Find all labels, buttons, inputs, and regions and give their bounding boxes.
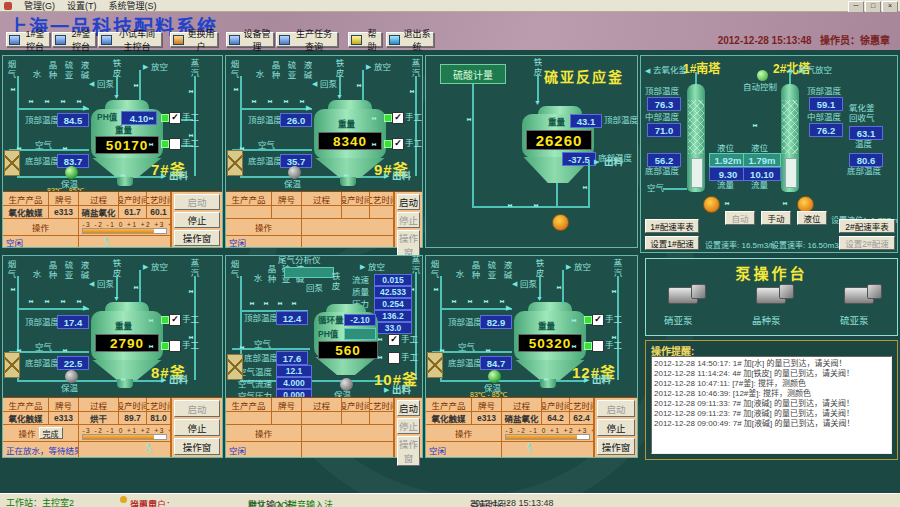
start-button[interactable]: 启动 <box>397 400 420 416</box>
toolbar-help-button[interactable]: 帮助 <box>348 32 382 47</box>
valve-icon[interactable]: ▸◂ <box>268 98 270 105</box>
valve-icon[interactable]: ▸◂ <box>134 284 136 291</box>
valve-icon[interactable]: ▸◂ <box>63 145 65 152</box>
valve-icon[interactable]: ▸◂ <box>434 286 436 293</box>
toolbar-console1-button[interactable]: 1#釜控台 <box>6 32 50 47</box>
set-rate2-button[interactable]: 设置2#配速 <box>839 236 895 250</box>
valve-icon[interactable]: ▸◂ <box>11 86 13 93</box>
valve-icon[interactable]: ▸◂ <box>234 86 236 93</box>
valve-icon[interactable]: ▸◂ <box>252 98 254 105</box>
insulation-indicator-icon[interactable] <box>288 166 301 179</box>
valve-icon[interactable]: ▸◂ <box>45 298 47 305</box>
valve-icon[interactable]: ▸◂ <box>63 347 65 354</box>
valve-icon[interactable]: ▸◂ <box>29 298 31 305</box>
valve-icon[interactable]: ▸◂ <box>410 88 412 95</box>
valve-icon[interactable]: ▸◂ <box>149 141 151 148</box>
start-button[interactable]: 启动 <box>597 400 635 417</box>
manual-checkbox[interactable] <box>169 340 181 352</box>
valve-icon[interactable]: ▸◂ <box>284 98 286 105</box>
menu-settings[interactable]: 设置(T) <box>67 0 97 12</box>
valve-icon[interactable]: ▸◂ <box>11 286 13 293</box>
valve-icon[interactable]: ▸◂ <box>753 122 755 129</box>
valve-icon[interactable]: ▸◂ <box>378 336 380 343</box>
manual-checkbox[interactable] <box>388 352 400 364</box>
operation-window-button[interactable]: 操作窗 <box>397 436 420 466</box>
manual-button[interactable]: 手动 <box>761 211 791 225</box>
valve-icon[interactable]: ▸◂ <box>486 347 488 354</box>
valve-icon[interactable]: ▸◂ <box>452 298 454 305</box>
valve-icon[interactable]: ▸◂ <box>372 141 374 148</box>
valve-icon[interactable]: ▸◂ <box>508 202 510 209</box>
stop-button[interactable]: 停止 <box>174 212 220 228</box>
pump-icon[interactable] <box>756 287 786 304</box>
manual-checkbox[interactable] <box>169 138 181 150</box>
insulation-indicator-icon[interactable] <box>65 166 78 179</box>
toolbar-pilot-console-button[interactable]: 小试车间主控台 <box>98 32 162 47</box>
manual-checkbox[interactable]: ✓ <box>592 314 604 326</box>
valve-icon[interactable]: ▸◂ <box>500 298 502 305</box>
valve-icon[interactable]: ▸◂ <box>29 98 31 105</box>
valve-icon[interactable]: ▸◂ <box>61 298 63 305</box>
valve-icon[interactable]: ▸◂ <box>357 82 359 89</box>
auto-button[interactable]: 自动 <box>725 211 755 225</box>
start-button[interactable]: 启动 <box>174 194 220 210</box>
insulation-indicator-icon[interactable] <box>65 370 78 383</box>
toolbar-console2-button[interactable]: 2#釜控台 <box>52 32 96 47</box>
valve-icon[interactable]: ▸◂ <box>534 202 536 209</box>
valve-icon[interactable]: ▸◂ <box>45 98 47 105</box>
valve-icon[interactable]: ▸◂ <box>372 115 374 122</box>
stop-button[interactable]: 停止 <box>597 419 635 436</box>
sulfuric-acid-meter-button[interactable]: 硫酸计量 <box>440 64 506 84</box>
level-button[interactable]: 液位 <box>797 211 827 225</box>
valve-icon[interactable]: ▸◂ <box>149 343 151 350</box>
manual-checkbox[interactable]: ✓ <box>169 112 181 124</box>
manual-checkbox[interactable] <box>592 340 604 352</box>
toolbar-task-query-button[interactable]: 生产任务查询 <box>276 32 338 47</box>
valve-icon[interactable]: ▸◂ <box>149 317 151 324</box>
manual-checkbox[interactable]: ✓ <box>388 334 400 346</box>
valve-icon[interactable]: ▸◂ <box>77 98 79 105</box>
valve-icon[interactable]: ▸◂ <box>468 298 470 305</box>
insulation-indicator-icon[interactable] <box>488 370 501 383</box>
set-rate1-button[interactable]: 设置1#配速 <box>645 236 699 250</box>
operation-window-button[interactable]: 操作窗 <box>174 438 220 455</box>
valve-icon[interactable]: ▸◂ <box>783 200 785 207</box>
pump-icon[interactable] <box>703 196 720 213</box>
valve-icon[interactable]: ▸◂ <box>572 343 574 350</box>
valve-icon[interactable]: ▸◂ <box>292 300 294 307</box>
valve-icon[interactable]: ▸◂ <box>544 376 546 383</box>
toolbar-switch-user-button[interactable]: 更换用户 <box>170 32 218 47</box>
valve-icon[interactable]: ▸◂ <box>378 354 380 361</box>
valve-icon[interactable]: ▸◂ <box>467 116 469 123</box>
valve-icon[interactable]: ▸◂ <box>557 284 559 291</box>
ime-link[interactable]: 中文 - QQ拼音输入法 <box>248 498 333 507</box>
stop-button[interactable]: 停止 <box>397 418 420 434</box>
valve-icon[interactable]: ▸◂ <box>149 115 151 122</box>
valve-icon[interactable]: ▸◂ <box>725 200 727 207</box>
pump-icon[interactable] <box>844 287 874 304</box>
valve-icon[interactable]: ▸◂ <box>572 317 574 324</box>
manual-checkbox[interactable]: ✓ <box>392 138 404 150</box>
valve-icon[interactable]: ▸◂ <box>264 300 266 307</box>
toolbar-exit-button[interactable]: 退出系统 <box>386 32 434 47</box>
start-button[interactable]: 启动 <box>397 194 420 210</box>
menu-system[interactable]: 系统管理(S) <box>109 0 157 12</box>
valve-icon[interactable]: ▸◂ <box>484 298 486 305</box>
rate-table1-button[interactable]: 1#配速率表 <box>645 219 699 233</box>
valve-icon[interactable]: ▸◂ <box>250 300 252 307</box>
dose-slider[interactable]: -4 -3 -2 -1 0 +1 +2 +3 +4 <box>502 425 594 442</box>
pump-icon[interactable] <box>668 287 698 304</box>
manual-checkbox[interactable]: ✓ <box>392 112 404 124</box>
operation-window-button[interactable]: 操作窗 <box>597 438 635 455</box>
valve-icon[interactable]: ▸◂ <box>121 172 123 179</box>
valve-icon[interactable]: ▸◂ <box>583 184 585 191</box>
dose-slider[interactable]: -4 -3 -2 -1 0 +1 +2 +3 +4 <box>79 425 171 442</box>
stop-button[interactable]: 停止 <box>397 212 420 228</box>
alerts-listbox[interactable]: 2012-12-28 14:50:17: 1# 加[水] 的量已到达，请关阀！ … <box>651 356 892 454</box>
manual-checkbox[interactable]: ✓ <box>169 314 181 326</box>
menu-manage[interactable]: 管理(G) <box>24 0 55 12</box>
start-button[interactable]: 启动 <box>174 400 220 417</box>
valve-icon[interactable]: ▸◂ <box>300 98 302 105</box>
stop-button[interactable]: 停止 <box>174 419 220 436</box>
pump-icon[interactable] <box>552 214 569 231</box>
